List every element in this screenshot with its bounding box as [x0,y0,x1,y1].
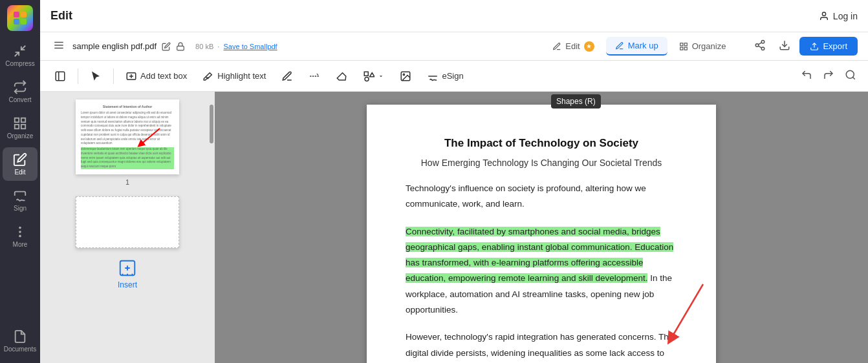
sidebar-edit-label: Edit [14,169,25,176]
svg-point-10 [19,236,21,237]
pen-button[interactable] [275,67,299,86]
sidebar-item-organize[interactable]: Organize [3,111,38,145]
sidebar-sign-label: Sign [14,205,27,212]
tab-organize[interactable]: Organize [670,37,735,55]
svg-rect-16 [680,43,682,45]
svg-rect-4 [15,118,19,122]
save-to-smallpdf-link[interactable]: Save to Smallpdf [224,43,277,50]
edit-filename-icon[interactable] [162,42,171,51]
svg-rect-19 [684,47,687,50]
svg-rect-0 [14,12,19,17]
tab-markup[interactable]: Mark up [606,37,667,56]
topbar: Edit Log in [40,0,868,32]
svg-point-9 [19,231,21,233]
svg-rect-6 [15,125,19,129]
edit-tab-icon [552,42,561,51]
highlight-icon [202,70,214,82]
sidebar-convert-label: Convert [8,96,31,103]
image-icon [400,70,411,82]
insert-area[interactable]: Insert [118,258,137,289]
markup-tab-icon [615,41,624,50]
sidebar-more-label: More [13,241,28,248]
page-panel: Statement of Intention of Author Lorem i… [40,92,215,363]
svg-line-23 [759,46,762,48]
filebar-actions: Export [750,36,858,57]
hamburger-icon [53,39,65,51]
redo-button[interactable] [819,65,838,87]
highlight-text-button[interactable]: Highlight text [196,67,272,86]
filebar: sample english pdf.pdf 80 kB · Save to S… [40,32,868,61]
esign-button[interactable]: eSign [420,67,470,86]
undo-icon [801,69,812,81]
highlighted-text: Connectivity, facilitated by smartphones… [406,227,673,284]
svg-point-22 [762,47,765,50]
user-icon [819,11,829,21]
main-area: Edit Log in sample english pdf.pdf 80 kB… [40,0,868,363]
sidebar-item-sign[interactable]: Sign [3,183,38,217]
svg-point-21 [756,44,759,47]
pencil-button[interactable] [302,67,327,86]
svg-line-24 [759,43,762,45]
svg-point-20 [762,41,765,44]
svg-rect-7 [21,125,25,129]
share-button[interactable] [750,36,770,57]
search-button[interactable] [841,65,860,87]
svg-point-36 [404,74,405,75]
tab-edit[interactable]: Edit ★ [543,37,603,56]
svg-rect-18 [680,47,682,50]
file-size: 80 kB · Save to Smallpdf [195,43,277,50]
edit-icon [13,152,27,167]
filebar-tabs: Edit ★ Mark up Organize [543,37,735,56]
edit-badge: ★ [584,41,594,52]
pencil-icon [309,70,320,82]
organize-tab-icon [679,42,688,51]
sidebar-item-convert[interactable]: Convert [3,75,38,109]
svg-rect-3 [21,19,27,25]
doc-page: The Impact of Technology on Society How … [367,105,716,363]
menu-button[interactable] [50,37,67,56]
doc-para-2: Connectivity, facilitated by smartphones… [406,224,677,318]
export-button[interactable]: Export [799,37,858,56]
login-label: Log in [833,11,858,21]
shapes-button[interactable] [356,67,391,86]
page-thumbnail: Statement of Intention of Author Lorem i… [76,99,179,174]
filename: sample english pdf.pdf [72,41,157,51]
sidebar-organize-label: Organize [7,132,34,140]
page-number: 1 [125,178,129,186]
eraser-button[interactable] [329,67,354,86]
svg-point-38 [846,70,854,78]
undo-button[interactable] [797,65,816,87]
svg-rect-1 [21,12,27,17]
redo-icon [823,69,834,81]
lock-icon [176,42,185,51]
sidebar-item-more[interactable]: More [3,220,38,253]
sidebar-item-edit[interactable]: Edit [3,147,38,181]
image-button[interactable] [393,67,418,86]
svg-rect-5 [21,118,25,122]
doc-title: The Impact of Technology on Society [406,137,677,150]
panel-toggle-icon [54,70,66,82]
page-title: Edit [50,9,72,23]
tab-markup-label: Mark up [628,41,658,50]
sign-icon [13,189,27,203]
sidebar: Compress Convert Organize Edit Sign More… [0,0,40,363]
more-icon [13,225,27,239]
add-textbox-button[interactable]: Add text box [119,67,193,86]
search-icon [845,69,856,81]
tab-organize-label: Organize [692,41,726,51]
esign-label: eSign [442,71,463,81]
organize-icon [13,116,27,130]
svg-rect-15 [177,46,184,50]
doc-viewer: The Impact of Technology on Society How … [215,92,868,363]
download-button[interactable] [775,36,794,57]
doc-para-1: Technology's influence on society is pro… [406,181,677,213]
sidebar-item-compress[interactable]: Compress [3,39,38,72]
cursor-button[interactable] [83,67,108,86]
svg-rect-27 [56,72,65,81]
sidebar-item-documents[interactable]: Documents [3,324,38,358]
toggle-panel-button[interactable] [48,67,72,86]
documents-icon [13,329,27,344]
toolbar-right [797,65,860,87]
download-icon [779,39,790,51]
login-button[interactable]: Log in [819,11,858,21]
